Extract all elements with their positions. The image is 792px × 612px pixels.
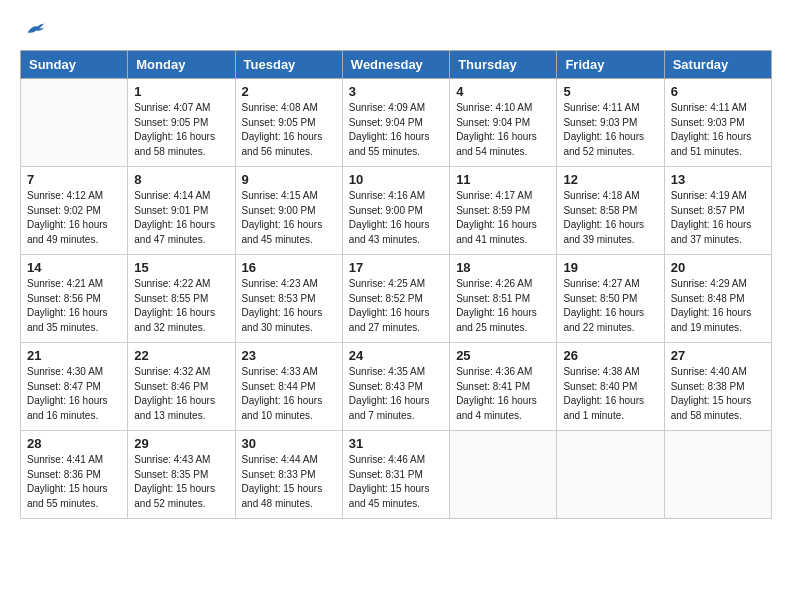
day-info: Sunrise: 4:30 AM Sunset: 8:47 PM Dayligh… xyxy=(27,365,121,423)
calendar-cell: 23Sunrise: 4:33 AM Sunset: 8:44 PM Dayli… xyxy=(235,343,342,431)
calendar-cell xyxy=(664,431,771,519)
day-info: Sunrise: 4:12 AM Sunset: 9:02 PM Dayligh… xyxy=(27,189,121,247)
logo xyxy=(20,20,45,40)
calendar-week-3: 14Sunrise: 4:21 AM Sunset: 8:56 PM Dayli… xyxy=(21,255,772,343)
calendar-cell xyxy=(557,431,664,519)
weekday-header-wednesday: Wednesday xyxy=(342,51,449,79)
calendar-cell: 15Sunrise: 4:22 AM Sunset: 8:55 PM Dayli… xyxy=(128,255,235,343)
day-info: Sunrise: 4:22 AM Sunset: 8:55 PM Dayligh… xyxy=(134,277,228,335)
day-number: 12 xyxy=(563,172,657,187)
calendar-cell: 25Sunrise: 4:36 AM Sunset: 8:41 PM Dayli… xyxy=(450,343,557,431)
day-number: 11 xyxy=(456,172,550,187)
calendar-cell: 4Sunrise: 4:10 AM Sunset: 9:04 PM Daylig… xyxy=(450,79,557,167)
calendar-table: SundayMondayTuesdayWednesdayThursdayFrid… xyxy=(20,50,772,519)
day-number: 8 xyxy=(134,172,228,187)
day-number: 29 xyxy=(134,436,228,451)
day-number: 18 xyxy=(456,260,550,275)
day-info: Sunrise: 4:35 AM Sunset: 8:43 PM Dayligh… xyxy=(349,365,443,423)
calendar-cell xyxy=(450,431,557,519)
calendar-cell: 18Sunrise: 4:26 AM Sunset: 8:51 PM Dayli… xyxy=(450,255,557,343)
day-info: Sunrise: 4:11 AM Sunset: 9:03 PM Dayligh… xyxy=(563,101,657,159)
day-number: 10 xyxy=(349,172,443,187)
calendar-cell xyxy=(21,79,128,167)
day-number: 27 xyxy=(671,348,765,363)
logo-bird-icon xyxy=(25,20,45,40)
weekday-header-tuesday: Tuesday xyxy=(235,51,342,79)
day-info: Sunrise: 4:17 AM Sunset: 8:59 PM Dayligh… xyxy=(456,189,550,247)
day-info: Sunrise: 4:15 AM Sunset: 9:00 PM Dayligh… xyxy=(242,189,336,247)
day-number: 16 xyxy=(242,260,336,275)
day-number: 3 xyxy=(349,84,443,99)
day-number: 2 xyxy=(242,84,336,99)
day-number: 14 xyxy=(27,260,121,275)
weekday-header-monday: Monday xyxy=(128,51,235,79)
calendar-cell: 26Sunrise: 4:38 AM Sunset: 8:40 PM Dayli… xyxy=(557,343,664,431)
calendar-cell: 17Sunrise: 4:25 AM Sunset: 8:52 PM Dayli… xyxy=(342,255,449,343)
day-info: Sunrise: 4:32 AM Sunset: 8:46 PM Dayligh… xyxy=(134,365,228,423)
day-number: 7 xyxy=(27,172,121,187)
day-info: Sunrise: 4:36 AM Sunset: 8:41 PM Dayligh… xyxy=(456,365,550,423)
day-number: 26 xyxy=(563,348,657,363)
weekday-header-friday: Friday xyxy=(557,51,664,79)
day-number: 15 xyxy=(134,260,228,275)
calendar-cell: 27Sunrise: 4:40 AM Sunset: 8:38 PM Dayli… xyxy=(664,343,771,431)
day-number: 31 xyxy=(349,436,443,451)
calendar-cell: 20Sunrise: 4:29 AM Sunset: 8:48 PM Dayli… xyxy=(664,255,771,343)
day-info: Sunrise: 4:10 AM Sunset: 9:04 PM Dayligh… xyxy=(456,101,550,159)
weekday-header-saturday: Saturday xyxy=(664,51,771,79)
day-info: Sunrise: 4:18 AM Sunset: 8:58 PM Dayligh… xyxy=(563,189,657,247)
day-info: Sunrise: 4:23 AM Sunset: 8:53 PM Dayligh… xyxy=(242,277,336,335)
day-number: 4 xyxy=(456,84,550,99)
day-number: 1 xyxy=(134,84,228,99)
day-number: 19 xyxy=(563,260,657,275)
calendar-week-4: 21Sunrise: 4:30 AM Sunset: 8:47 PM Dayli… xyxy=(21,343,772,431)
calendar-cell: 2Sunrise: 4:08 AM Sunset: 9:05 PM Daylig… xyxy=(235,79,342,167)
day-number: 9 xyxy=(242,172,336,187)
day-number: 24 xyxy=(349,348,443,363)
day-number: 22 xyxy=(134,348,228,363)
calendar-cell: 31Sunrise: 4:46 AM Sunset: 8:31 PM Dayli… xyxy=(342,431,449,519)
page-header xyxy=(20,20,772,40)
calendar-cell: 8Sunrise: 4:14 AM Sunset: 9:01 PM Daylig… xyxy=(128,167,235,255)
day-number: 25 xyxy=(456,348,550,363)
calendar-cell: 22Sunrise: 4:32 AM Sunset: 8:46 PM Dayli… xyxy=(128,343,235,431)
calendar-cell: 11Sunrise: 4:17 AM Sunset: 8:59 PM Dayli… xyxy=(450,167,557,255)
day-info: Sunrise: 4:19 AM Sunset: 8:57 PM Dayligh… xyxy=(671,189,765,247)
calendar-cell: 24Sunrise: 4:35 AM Sunset: 8:43 PM Dayli… xyxy=(342,343,449,431)
day-info: Sunrise: 4:33 AM Sunset: 8:44 PM Dayligh… xyxy=(242,365,336,423)
day-info: Sunrise: 4:07 AM Sunset: 9:05 PM Dayligh… xyxy=(134,101,228,159)
day-info: Sunrise: 4:38 AM Sunset: 8:40 PM Dayligh… xyxy=(563,365,657,423)
calendar-week-5: 28Sunrise: 4:41 AM Sunset: 8:36 PM Dayli… xyxy=(21,431,772,519)
day-number: 6 xyxy=(671,84,765,99)
calendar-cell: 13Sunrise: 4:19 AM Sunset: 8:57 PM Dayli… xyxy=(664,167,771,255)
day-number: 20 xyxy=(671,260,765,275)
day-info: Sunrise: 4:43 AM Sunset: 8:35 PM Dayligh… xyxy=(134,453,228,511)
calendar-cell: 5Sunrise: 4:11 AM Sunset: 9:03 PM Daylig… xyxy=(557,79,664,167)
day-info: Sunrise: 4:14 AM Sunset: 9:01 PM Dayligh… xyxy=(134,189,228,247)
day-info: Sunrise: 4:08 AM Sunset: 9:05 PM Dayligh… xyxy=(242,101,336,159)
calendar-cell: 7Sunrise: 4:12 AM Sunset: 9:02 PM Daylig… xyxy=(21,167,128,255)
day-info: Sunrise: 4:29 AM Sunset: 8:48 PM Dayligh… xyxy=(671,277,765,335)
day-number: 23 xyxy=(242,348,336,363)
day-info: Sunrise: 4:41 AM Sunset: 8:36 PM Dayligh… xyxy=(27,453,121,511)
calendar-cell: 21Sunrise: 4:30 AM Sunset: 8:47 PM Dayli… xyxy=(21,343,128,431)
day-info: Sunrise: 4:44 AM Sunset: 8:33 PM Dayligh… xyxy=(242,453,336,511)
day-info: Sunrise: 4:21 AM Sunset: 8:56 PM Dayligh… xyxy=(27,277,121,335)
calendar-cell: 3Sunrise: 4:09 AM Sunset: 9:04 PM Daylig… xyxy=(342,79,449,167)
calendar-cell: 29Sunrise: 4:43 AM Sunset: 8:35 PM Dayli… xyxy=(128,431,235,519)
calendar-cell: 6Sunrise: 4:11 AM Sunset: 9:03 PM Daylig… xyxy=(664,79,771,167)
day-info: Sunrise: 4:40 AM Sunset: 8:38 PM Dayligh… xyxy=(671,365,765,423)
day-info: Sunrise: 4:09 AM Sunset: 9:04 PM Dayligh… xyxy=(349,101,443,159)
calendar-body: 1Sunrise: 4:07 AM Sunset: 9:05 PM Daylig… xyxy=(21,79,772,519)
calendar-cell: 9Sunrise: 4:15 AM Sunset: 9:00 PM Daylig… xyxy=(235,167,342,255)
weekday-header-sunday: Sunday xyxy=(21,51,128,79)
calendar-cell: 12Sunrise: 4:18 AM Sunset: 8:58 PM Dayli… xyxy=(557,167,664,255)
day-info: Sunrise: 4:11 AM Sunset: 9:03 PM Dayligh… xyxy=(671,101,765,159)
calendar-cell: 19Sunrise: 4:27 AM Sunset: 8:50 PM Dayli… xyxy=(557,255,664,343)
day-number: 28 xyxy=(27,436,121,451)
day-number: 21 xyxy=(27,348,121,363)
calendar-cell: 16Sunrise: 4:23 AM Sunset: 8:53 PM Dayli… xyxy=(235,255,342,343)
calendar-cell: 28Sunrise: 4:41 AM Sunset: 8:36 PM Dayli… xyxy=(21,431,128,519)
day-info: Sunrise: 4:27 AM Sunset: 8:50 PM Dayligh… xyxy=(563,277,657,335)
day-info: Sunrise: 4:25 AM Sunset: 8:52 PM Dayligh… xyxy=(349,277,443,335)
